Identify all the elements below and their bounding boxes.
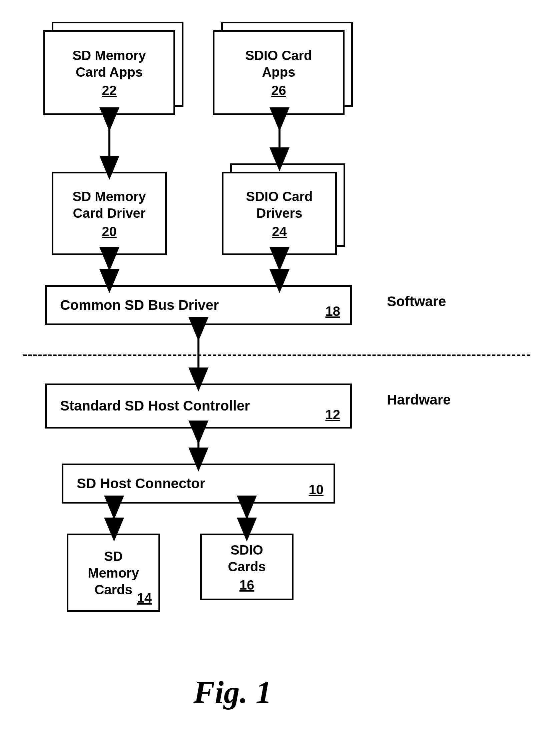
sdio-apps-box: SDIO Card Apps 26 xyxy=(213,30,344,115)
host-ctrl-num: 12 xyxy=(325,407,340,422)
bus-driver-num: 18 xyxy=(325,304,340,319)
host-ctrl-title: Standard SD Host Controller xyxy=(60,397,250,415)
sdio-cards-title: SDIO Cards xyxy=(228,541,265,575)
sdio-apps-title: SDIO Card Apps xyxy=(245,47,312,80)
hw-sw-divider xyxy=(23,354,530,356)
sd-mem-apps-num: 22 xyxy=(102,83,117,98)
figure-caption: Fig. 1 xyxy=(193,674,272,710)
sd-mem-driver-title: SD Memory Card Driver xyxy=(72,188,146,222)
bus-driver-box: Common SD Bus Driver 18 xyxy=(45,285,352,325)
sd-cards-title: SD Memory Cards xyxy=(88,548,139,598)
hardware-label: Hardware xyxy=(387,392,451,408)
sdio-cards-num: 16 xyxy=(239,578,254,593)
host-conn-box: SD Host Connector 10 xyxy=(62,464,335,504)
sdio-drivers-num: 24 xyxy=(272,224,287,239)
sdio-apps-num: 26 xyxy=(271,83,286,98)
host-ctrl-box: Standard SD Host Controller 12 xyxy=(45,384,352,428)
host-conn-num: 10 xyxy=(309,482,324,497)
bus-driver-title: Common SD Bus Driver xyxy=(60,297,219,314)
sd-cards-box: SD Memory Cards 14 xyxy=(67,533,160,612)
sd-mem-apps-title: SD Memory Card Apps xyxy=(72,47,146,80)
sd-mem-apps-box: SD Memory Card Apps 22 xyxy=(44,30,175,115)
diagram-canvas: SD Memory Card Apps 22 SDIO Card Apps 26… xyxy=(0,0,553,756)
sdio-drivers-box: SDIO Card Drivers 24 xyxy=(222,172,337,255)
software-label: Software xyxy=(387,293,446,310)
sd-mem-driver-num: 20 xyxy=(102,224,117,239)
host-conn-title: SD Host Connector xyxy=(77,475,205,493)
sdio-cards-box: SDIO Cards 16 xyxy=(200,533,294,600)
sd-mem-driver-box: SD Memory Card Driver 20 xyxy=(52,172,167,255)
sd-cards-num: 14 xyxy=(137,591,152,606)
sdio-drivers-title: SDIO Card Drivers xyxy=(246,188,313,222)
